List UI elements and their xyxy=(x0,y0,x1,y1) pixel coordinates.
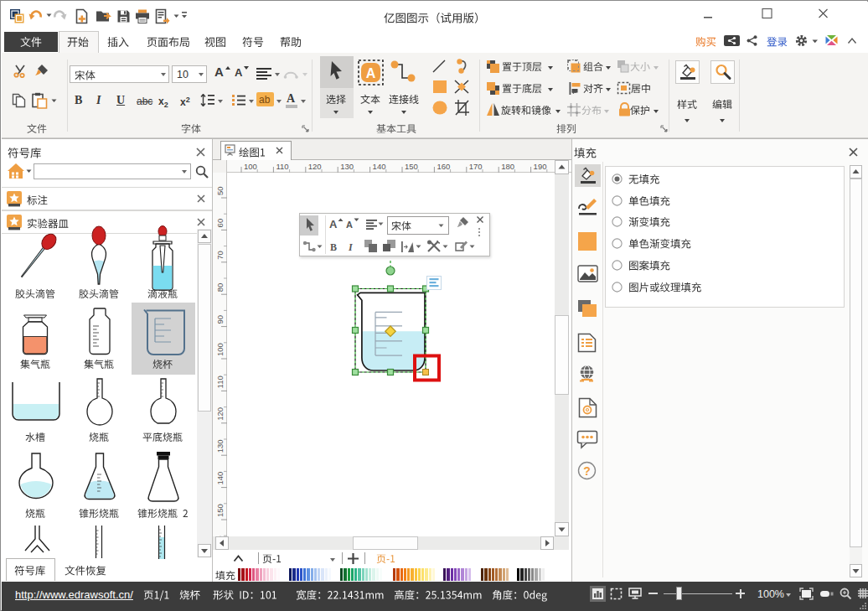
svg-text:A: A xyxy=(366,66,376,80)
svg-text:170: 170 xyxy=(469,162,483,171)
svg-text:180: 180 xyxy=(501,162,514,171)
svg-text:90: 90 xyxy=(215,315,225,324)
svg-text:120: 120 xyxy=(215,407,225,421)
svg-text:70: 70 xyxy=(215,251,225,260)
svg-text:130: 130 xyxy=(340,162,354,171)
svg-text:130: 130 xyxy=(215,439,225,453)
svg-text:110: 110 xyxy=(276,162,288,171)
svg-text:60: 60 xyxy=(215,219,225,228)
svg-text:190: 190 xyxy=(534,162,547,171)
svg-text:?: ? xyxy=(583,464,591,478)
svg-text:150: 150 xyxy=(405,162,418,171)
svg-text:80: 80 xyxy=(215,283,225,293)
svg-text:150: 150 xyxy=(215,504,225,517)
svg-text:110: 110 xyxy=(215,375,225,388)
svg-text:160: 160 xyxy=(437,162,450,171)
svg-text:100: 100 xyxy=(215,343,225,356)
svg-text:140: 140 xyxy=(215,472,225,485)
svg-text:100: 100 xyxy=(244,162,257,171)
svg-text:140: 140 xyxy=(373,162,386,171)
svg-text:120: 120 xyxy=(308,162,322,171)
svg-text:50: 50 xyxy=(215,186,225,195)
